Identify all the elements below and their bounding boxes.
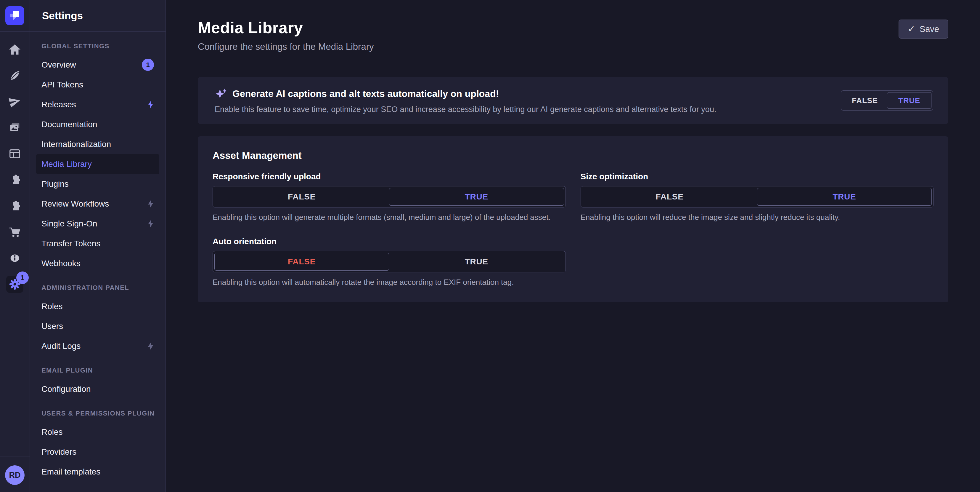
page-header-text: Media Library Configure the settings for…: [198, 18, 374, 52]
sidebar-item-label: Review Workflows: [41, 199, 109, 209]
section-users-permissions-plugin: USERS & PERMISSIONS PLUGIN Roles Provide…: [36, 410, 159, 482]
sidebar-item-providers[interactable]: Providers: [36, 442, 159, 462]
banner-text: Generate AI captions and alt texts autom…: [215, 87, 716, 114]
sidebar-item-admin-roles[interactable]: Roles: [36, 296, 159, 316]
main-content: Media Library Configure the settings for…: [166, 0, 980, 492]
sidebar-item-label: Roles: [41, 302, 63, 311]
section-email-plugin: EMAIL PLUGIN Configuration: [36, 367, 159, 399]
plugin-button-2[interactable]: [6, 197, 23, 214]
sidebar-item-label: Email templates: [41, 467, 100, 477]
sidebar-header: Settings: [30, 0, 165, 32]
settings-sidebar: Settings GLOBAL SETTINGS Overview 1 API …: [30, 0, 166, 492]
sparkle-icon: [215, 87, 228, 101]
asset-management-title: Asset Management: [213, 150, 934, 161]
help-button[interactable]: [6, 249, 23, 267]
size-optimization-toggle-false[interactable]: FALSE: [582, 188, 757, 206]
sidebar-item-configuration[interactable]: Configuration: [36, 379, 159, 399]
puzzle-piece-icon: [8, 173, 22, 187]
sidebar-item-label: Audit Logs: [41, 342, 81, 351]
sidebar-item-label: Releases: [41, 100, 76, 109]
rail-divider: [0, 456, 30, 457]
settings-grid: Responsive friendly upload FALSE TRUE En…: [213, 172, 934, 287]
sidebar-item-users[interactable]: Users: [36, 316, 159, 336]
section-global-settings: GLOBAL SETTINGS Overview 1 API Tokens Re…: [36, 42, 159, 273]
section-administration-panel: ADMINISTRATION PANEL Roles Users Audit L…: [36, 284, 159, 356]
rail-icon-list: 1: [6, 41, 23, 293]
home-button[interactable]: [6, 41, 23, 58]
sidebar-item-single-sign-on[interactable]: Single Sign-On: [36, 214, 159, 233]
sidebar-item-label: Transfer Tokens: [41, 239, 100, 248]
responsive-toggle-true[interactable]: TRUE: [389, 188, 564, 206]
sidebar-item-transfer-tokens[interactable]: Transfer Tokens: [36, 233, 159, 253]
section-header: EMAIL PLUGIN: [41, 367, 159, 374]
sidebar-title: Settings: [42, 10, 83, 22]
sidebar-item-releases[interactable]: Releases: [36, 94, 159, 114]
rail-logo-area: [0, 0, 30, 32]
sidebar-item-label: Providers: [41, 447, 76, 457]
sidebar-item-internationalization[interactable]: Internationalization: [36, 134, 159, 154]
sidebar-item-label: Media Library: [41, 160, 92, 169]
content-manager-button[interactable]: [6, 145, 23, 163]
sidebar-item-label: Documentation: [41, 120, 97, 129]
sidebar-item-label: Plugins: [41, 179, 69, 189]
section-header: ADMINISTRATION PANEL: [41, 284, 159, 292]
home-icon: [8, 43, 22, 56]
sidebar-item-up-roles[interactable]: Roles: [36, 422, 159, 442]
sidebar-item-overview[interactable]: Overview 1: [36, 55, 159, 75]
notification-badge: 1: [142, 59, 154, 71]
auto-orientation-toggle-true[interactable]: TRUE: [389, 253, 564, 271]
size-optimization-toggle-true[interactable]: TRUE: [757, 188, 932, 206]
sidebar-item-audit-logs[interactable]: Audit Logs: [36, 336, 159, 356]
sidebar-item-api-tokens[interactable]: API Tokens: [36, 75, 159, 94]
user-avatar[interactable]: RD: [5, 465, 25, 485]
content-builder-button[interactable]: [6, 67, 23, 84]
ai-captions-toggle: FALSE TRUE: [841, 90, 933, 110]
banner-title: Generate AI captions and alt texts autom…: [232, 88, 499, 99]
shopping-cart-icon: [8, 225, 22, 239]
field-hint: Enabling this option will generate multi…: [213, 213, 566, 222]
sidebar-nav: GLOBAL SETTINGS Overview 1 API Tokens Re…: [30, 32, 165, 487]
puzzle-piece-icon: [8, 199, 22, 213]
sidebar-item-review-workflows[interactable]: Review Workflows: [36, 194, 159, 214]
responsive-friendly-upload-field: Responsive friendly upload FALSE TRUE En…: [213, 172, 566, 222]
sidebar-item-plugins[interactable]: Plugins: [36, 174, 159, 194]
strapi-logo[interactable]: [5, 6, 24, 25]
field-label: Size optimization: [581, 172, 934, 181]
sidebar-item-label: Configuration: [41, 384, 91, 394]
sidebar-item-label: API Tokens: [41, 80, 83, 89]
paper-plane-icon: [8, 95, 22, 109]
auto-orientation-toggle: FALSE TRUE: [213, 251, 566, 272]
auto-orientation-toggle-false[interactable]: FALSE: [214, 253, 389, 271]
sidebar-item-label: Webhooks: [41, 259, 81, 268]
sidebar-item-media-library[interactable]: Media Library: [36, 154, 159, 174]
asset-management-card: Asset Management Responsive friendly upl…: [198, 136, 948, 302]
size-optimization-toggle: FALSE TRUE: [581, 186, 934, 208]
releases-button[interactable]: [6, 93, 23, 110]
settings-notification-badge: 1: [16, 272, 29, 284]
rail-footer: RD: [0, 456, 30, 492]
check-icon: ✓: [908, 25, 915, 34]
sidebar-item-documentation[interactable]: Documentation: [36, 114, 159, 134]
lightning-icon: [147, 199, 154, 208]
marketplace-button[interactable]: [6, 224, 23, 241]
plugin-button-1[interactable]: [6, 171, 23, 188]
section-header: GLOBAL SETTINGS: [41, 42, 159, 50]
field-hint: Enabling this option will reduce the ima…: [581, 213, 934, 222]
ai-captions-toggle-false[interactable]: FALSE: [843, 92, 887, 109]
layout-icon: [8, 147, 22, 161]
sidebar-item-label: Single Sign-On: [41, 219, 97, 228]
save-button[interactable]: ✓ Save: [899, 19, 948, 38]
strapi-logo-icon: [5, 6, 24, 25]
responsive-toggle-false[interactable]: FALSE: [214, 188, 389, 206]
info-icon: [8, 251, 22, 265]
lightning-icon: [147, 342, 154, 351]
settings-button[interactable]: 1: [6, 276, 23, 293]
sidebar-item-email-templates[interactable]: Email templates: [36, 462, 159, 482]
icon-rail: 1 RD: [0, 0, 30, 492]
sidebar-item-webhooks[interactable]: Webhooks: [36, 253, 159, 273]
ai-captions-toggle-true[interactable]: TRUE: [887, 92, 931, 109]
page-header: Media Library Configure the settings for…: [198, 0, 948, 52]
banner-title-row: Generate AI captions and alt texts autom…: [215, 87, 716, 101]
sidebar-item-label: Overview: [41, 60, 76, 70]
media-library-button[interactable]: [6, 119, 23, 136]
